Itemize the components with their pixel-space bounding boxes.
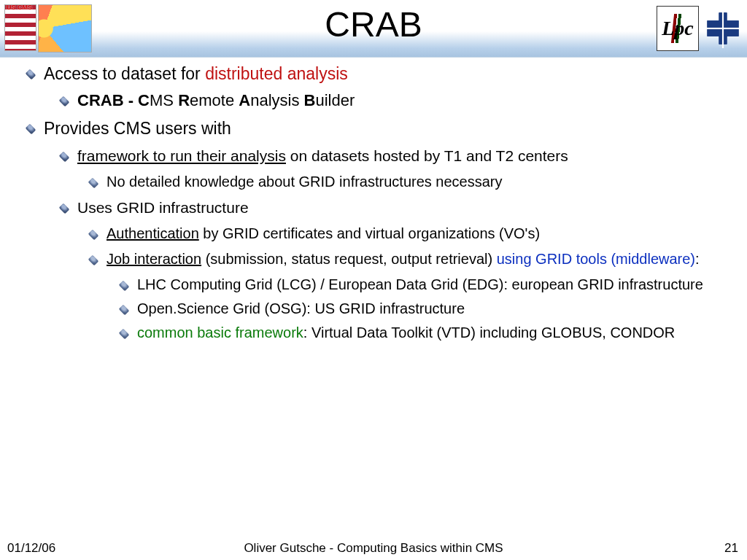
text-highlight: distributed analysis	[205, 64, 348, 83]
text: Job interaction	[107, 251, 201, 267]
footer-page-number: 21	[724, 541, 738, 556]
text-highlight: common basic framework	[137, 324, 303, 341]
text: on datasets hosted by T1 and T2 centers	[286, 147, 568, 164]
bullet-vtd: common basic framework: Virtual Data Too…	[117, 324, 732, 341]
bullet-no-knowledge: No detailed knowledge about GRID infrast…	[86, 174, 732, 190]
footer-author: Oliver Gutsche - Computing Basics within…	[0, 541, 747, 556]
bullet-provides: Provides CMS users with	[23, 119, 732, 139]
text: R	[178, 91, 190, 109]
text: uilder	[315, 91, 355, 109]
text: nalysis	[250, 91, 303, 109]
text: Access to dataset for	[44, 64, 205, 83]
lpc-logo: Lpc	[657, 6, 699, 51]
bullet-job-interaction: Job interaction (submission, status requ…	[86, 251, 732, 268]
right-logos: Lpc	[657, 4, 743, 52]
text: CRAB -	[77, 91, 138, 109]
text: Provides CMS users with	[44, 119, 231, 138]
text: Uses GRID infrastructure	[77, 199, 249, 216]
slide-footer: 01/12/06 Oliver Gutsche - Computing Basi…	[0, 540, 747, 557]
text: LHC Computing Grid (LCG) / European Data…	[137, 276, 703, 292]
text-highlight: using GRID tools (middleware)	[497, 251, 695, 267]
text: :	[695, 251, 700, 267]
text: emote	[190, 91, 239, 109]
footer-date: 01/12/06	[7, 541, 55, 556]
bullet-authentication: Authentication by GRID certificates and …	[86, 225, 732, 242]
slide-title: CRAB	[0, 4, 747, 44]
svg-rect-5	[703, 28, 743, 29]
text: No detailed knowledge about GRID infrast…	[107, 174, 503, 190]
slide-body: Access to dataset for distributed analys…	[0, 58, 747, 538]
fermilab-logo-icon	[703, 9, 743, 48]
bullet-lcg-edg: LHC Computing Grid (LCG) / European Data…	[117, 276, 732, 293]
text: MS	[150, 91, 178, 109]
bullet-uses-grid: Uses GRID infrastructure	[57, 199, 732, 217]
title-bar: US CMS CRAB Lpc	[0, 0, 747, 58]
text: framework to run their analysis	[77, 147, 286, 164]
text: by GRID certificates and virtual organiz…	[199, 225, 540, 241]
text: C	[138, 91, 150, 109]
text: B	[304, 91, 316, 109]
bullet-access: Access to dataset for distributed analys…	[23, 64, 732, 84]
text: Authentication	[107, 225, 199, 241]
lpc-label: Lpc	[662, 17, 694, 40]
text: : Virtual Data Toolkit (VTD) including G…	[303, 324, 675, 341]
bullet-framework: framework to run their analysis on datas…	[57, 147, 732, 165]
text: A	[239, 91, 250, 109]
bullet-osg: Open.Science Grid (OSG): US GRID infrast…	[117, 300, 732, 317]
slide: US CMS CRAB Lpc Access to dataset for di	[0, 0, 747, 560]
text: (submission, status request, output retr…	[201, 251, 497, 267]
bullet-crab-acronym: CRAB - CMS Remote Analysis Builder	[57, 91, 732, 110]
text: Open.Science Grid (OSG): US GRID infrast…	[137, 300, 465, 316]
